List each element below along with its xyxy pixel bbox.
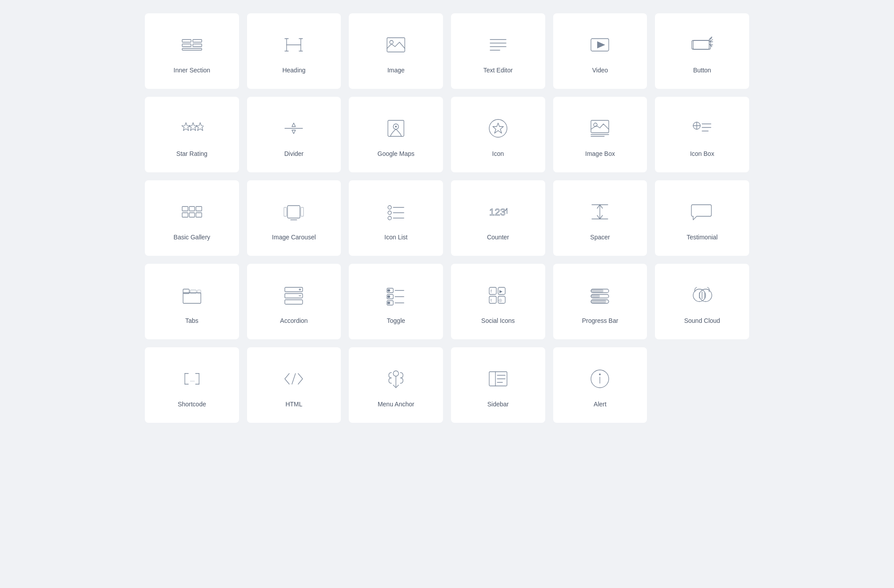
- image-icon: [383, 32, 409, 58]
- text-editor-icon: [485, 32, 511, 58]
- widget-card-icon-list[interactable]: Icon List: [349, 180, 443, 256]
- svg-point-33: [489, 119, 507, 137]
- menu-anchor-icon: [383, 366, 409, 392]
- widget-card-accordion[interactable]: Accordion: [247, 264, 341, 339]
- google-maps-icon: [383, 115, 409, 142]
- star-rating-icon: [179, 115, 205, 142]
- widget-card-toggle[interactable]: Toggle: [349, 264, 443, 339]
- sidebar-icon: [485, 366, 511, 392]
- svg-rect-0: [182, 40, 191, 42]
- widget-card-inner-section[interactable]: Inner Section: [145, 13, 239, 89]
- widget-card-menu-anchor[interactable]: Menu Anchor: [349, 347, 443, 423]
- text-editor-label: Text Editor: [483, 66, 513, 74]
- sidebar-label: Sidebar: [487, 400, 509, 408]
- svg-rect-20: [693, 40, 709, 49]
- widget-card-google-maps[interactable]: Google Maps: [349, 97, 443, 172]
- widget-card-social-icons[interactable]: f ▶ t ◎ Social Icons: [451, 264, 545, 339]
- svg-point-13: [390, 40, 393, 44]
- widget-card-testimonial[interactable]: Testimonial: [655, 180, 749, 256]
- svg-marker-28: [292, 123, 295, 127]
- sound-cloud-label: Sound Cloud: [684, 317, 720, 325]
- svg-text:...: ...: [190, 377, 195, 383]
- icon-list-icon: [383, 199, 409, 225]
- svg-text:f: f: [491, 289, 492, 294]
- html-label: HTML: [285, 400, 302, 408]
- svg-rect-97: [591, 300, 606, 303]
- progress-bar-label: Progress Bar: [582, 317, 619, 325]
- svg-rect-49: [189, 213, 195, 217]
- menu-anchor-label: Menu Anchor: [378, 400, 415, 408]
- svg-marker-29: [292, 130, 295, 134]
- widget-grid: Inner Section Heading Image Text Editor …: [145, 13, 749, 423]
- svg-point-81: [387, 289, 390, 292]
- widget-card-sidebar[interactable]: Sidebar: [451, 347, 545, 423]
- basic-gallery-icon: [179, 199, 205, 225]
- shortcode-label: Shortcode: [178, 400, 206, 408]
- svg-point-120: [599, 373, 601, 375]
- svg-marker-34: [493, 123, 503, 133]
- inner-section-label: Inner Section: [174, 66, 211, 74]
- widget-card-basic-gallery[interactable]: Basic Gallery: [145, 180, 239, 256]
- svg-rect-53: [301, 207, 303, 216]
- spacer-label: Spacer: [590, 233, 610, 241]
- widget-card-image[interactable]: Image: [349, 13, 443, 89]
- svg-marker-26: [196, 123, 204, 131]
- widget-card-star-rating[interactable]: Star Rating: [145, 97, 239, 172]
- image-box-label: Image Box: [585, 150, 615, 158]
- widget-card-sound-cloud[interactable]: Sound Cloud: [655, 264, 749, 339]
- svg-rect-46: [189, 207, 195, 211]
- widget-card-image-carousel[interactable]: Image Carousel: [247, 180, 341, 256]
- image-box-icon: [587, 115, 613, 142]
- widget-card-spacer[interactable]: Spacer: [553, 180, 647, 256]
- google-maps-label: Google Maps: [378, 150, 415, 158]
- svg-text:t: t: [491, 298, 492, 302]
- counter-icon: 123: [485, 199, 511, 225]
- accordion-label: Accordion: [280, 317, 307, 325]
- svg-marker-19: [597, 41, 605, 48]
- svg-marker-24: [182, 123, 190, 131]
- widget-card-button[interactable]: Button: [655, 13, 749, 89]
- progress-bar-icon: [587, 282, 613, 309]
- shortcode-icon: ...: [179, 366, 205, 392]
- svg-rect-51: [287, 206, 300, 218]
- widget-card-divider[interactable]: Divider: [247, 97, 341, 172]
- svg-point-59: [388, 216, 391, 220]
- widget-card-text-editor[interactable]: Text Editor: [451, 13, 545, 89]
- svg-rect-3: [193, 44, 202, 47]
- widget-card-progress-bar[interactable]: Progress Bar: [553, 264, 647, 339]
- basic-gallery-label: Basic Gallery: [174, 233, 210, 241]
- svg-rect-12: [387, 38, 405, 52]
- svg-rect-2: [193, 40, 202, 42]
- widget-card-alert[interactable]: Alert: [553, 347, 647, 423]
- svg-line-110: [292, 373, 295, 384]
- svg-point-83: [387, 302, 390, 304]
- svg-rect-1: [182, 44, 191, 47]
- svg-marker-25: [189, 123, 197, 131]
- widget-card-shortcode[interactable]: ... Shortcode: [145, 347, 239, 423]
- icon-icon: [485, 115, 511, 142]
- svg-rect-50: [196, 213, 202, 217]
- icon-list-label: Icon List: [384, 233, 407, 241]
- icon-box-label: Icon Box: [690, 150, 714, 158]
- social-icons-label: Social Icons: [481, 317, 515, 325]
- widget-card-tabs[interactable]: Tabs: [145, 264, 239, 339]
- icon-box-icon: [689, 115, 715, 142]
- svg-rect-4: [182, 48, 202, 50]
- widget-card-counter[interactable]: 123 Counter: [451, 180, 545, 256]
- button-label: Button: [693, 66, 711, 74]
- svg-rect-52: [284, 207, 287, 216]
- html-icon: [280, 366, 307, 392]
- divider-label: Divider: [284, 150, 304, 158]
- image-label: Image: [387, 66, 405, 74]
- widget-card-icon-box[interactable]: Icon Box: [655, 97, 749, 172]
- heading-icon: [280, 32, 307, 58]
- widget-card-video[interactable]: Video: [553, 13, 647, 89]
- widget-card-image-box[interactable]: Image Box: [553, 97, 647, 172]
- widget-card-heading[interactable]: Heading: [247, 13, 341, 89]
- widget-card-html[interactable]: HTML: [247, 347, 341, 423]
- svg-text:123: 123: [489, 207, 506, 218]
- svg-rect-67: [190, 290, 196, 294]
- svg-text:◎: ◎: [499, 298, 502, 302]
- widget-card-icon[interactable]: Icon: [451, 97, 545, 172]
- video-label: Video: [592, 66, 608, 74]
